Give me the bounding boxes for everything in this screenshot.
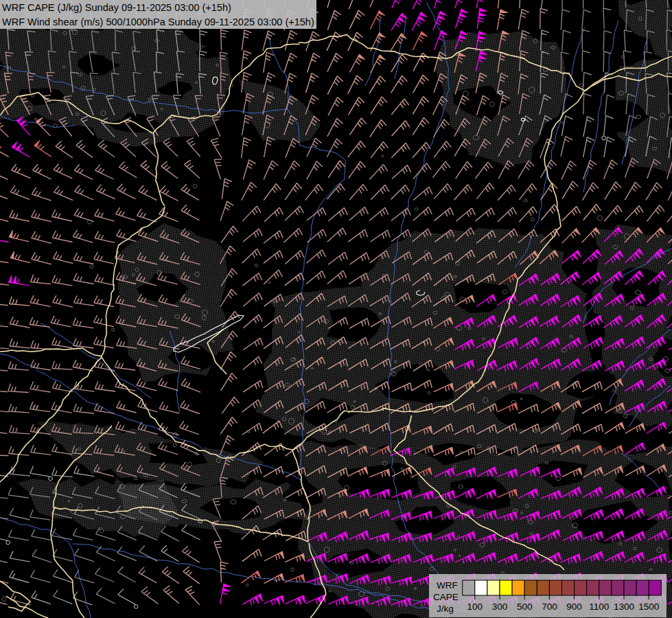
- svg-text:1100: 1100: [589, 602, 609, 612]
- svg-text:100: 100: [467, 602, 483, 612]
- svg-text:700: 700: [542, 602, 557, 612]
- svg-text:J/kg: J/kg: [437, 604, 454, 614]
- svg-text:900: 900: [566, 602, 582, 612]
- svg-text:1300: 1300: [614, 602, 634, 612]
- svg-text:1500: 1500: [638, 602, 659, 612]
- svg-text:CAPE: CAPE: [433, 592, 459, 602]
- svg-text:500: 500: [517, 602, 533, 612]
- svg-text:300: 300: [492, 602, 508, 612]
- svg-text:WRF: WRF: [437, 580, 458, 591]
